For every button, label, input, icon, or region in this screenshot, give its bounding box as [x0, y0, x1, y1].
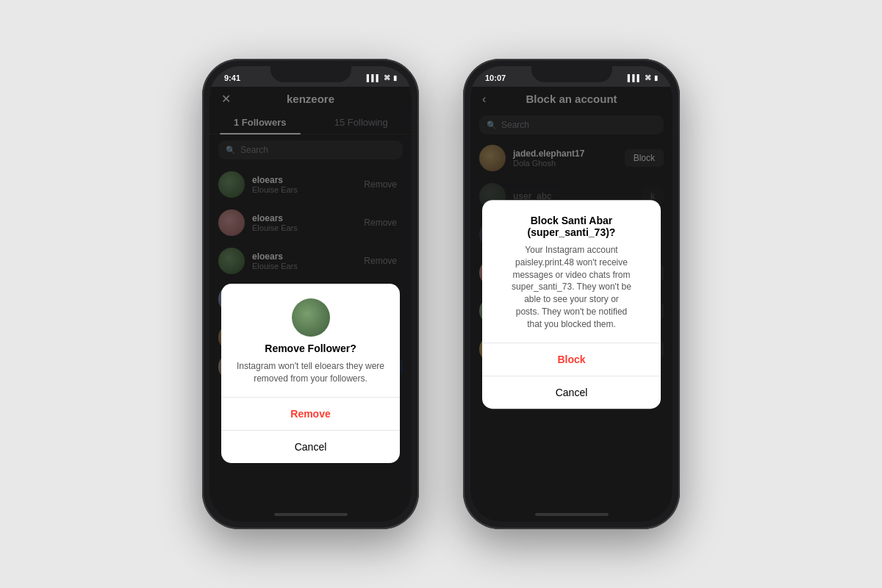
phone-right-screen: 10:07 ▌▌▌ ⌘ ▮ ‹ Block an account 🔍 Searc…	[470, 66, 673, 522]
modal-title-left: Remove Follower?	[221, 343, 400, 360]
phone-left: 9:41 ▌▌▌ ⌘ ▮ ✕ kenzeore 1 Followers 15 F…	[202, 59, 419, 529]
modal-subtitle-left: Instagram won't tell eloears they were r…	[221, 360, 400, 397]
battery-icon: ▮	[393, 74, 397, 82]
notch-right	[531, 66, 612, 82]
phone-right: 10:07 ▌▌▌ ⌘ ▮ ‹ Block an account 🔍 Searc…	[463, 59, 680, 529]
app-content-left: ✕ kenzeore 1 Followers 15 Following 🔍 Se…	[209, 87, 412, 522]
status-time-right: 10:07	[485, 74, 506, 82]
status-time-left: 9:41	[224, 74, 240, 82]
cancel-action-button-left[interactable]: Cancel	[221, 431, 400, 463]
modal-avatar-area	[221, 284, 400, 343]
cancel-action-button-right[interactable]: Cancel	[482, 376, 661, 409]
signal-icon: ▌▌▌	[367, 74, 381, 82]
phone-left-screen: 9:41 ▌▌▌ ⌘ ▮ ✕ kenzeore 1 Followers 15 F…	[209, 66, 412, 522]
status-icons-right: ▌▌▌ ⌘ ▮	[628, 74, 658, 82]
app-content-right: ‹ Block an account 🔍 Search jaded.elepha…	[470, 87, 673, 522]
notch-left	[270, 66, 351, 82]
remove-follower-modal: Remove Follower? Instagram won't tell el…	[221, 284, 400, 463]
wifi-icon-right: ⌘	[645, 74, 651, 82]
remove-action-button[interactable]: Remove	[221, 398, 400, 430]
block-account-modal: Block Santi Abar(super_santi_73)? Your I…	[482, 200, 661, 409]
modal-avatar	[292, 298, 330, 337]
status-icons-left: ▌▌▌ ⌘ ▮	[367, 74, 397, 82]
modal-subtitle-right: Your Instagram account paisley.print.48 …	[497, 244, 646, 343]
block-action-button[interactable]: Block	[482, 343, 661, 376]
battery-icon-right: ▮	[654, 74, 658, 82]
signal-icon-right: ▌▌▌	[628, 74, 642, 82]
wifi-icon: ⌘	[384, 74, 390, 82]
modal-title-right: Block Santi Abar(super_santi_73)?	[497, 215, 646, 244]
